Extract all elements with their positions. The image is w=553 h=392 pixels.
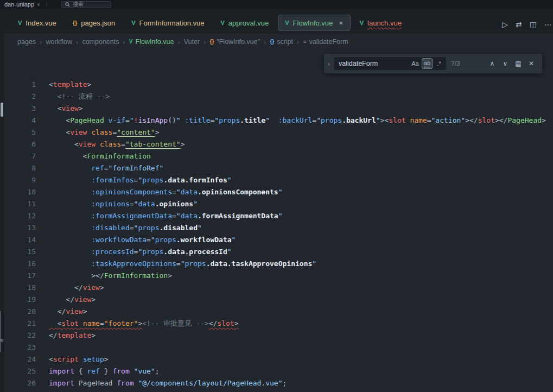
- code-line[interactable]: 24<script setup>: [4, 353, 553, 365]
- breadcrumb-item-workflow[interactable]: workflow: [46, 38, 72, 46]
- scrollbar-thumb[interactable]: [1, 103, 3, 117]
- breadcrumb-item-validateform[interactable]: ○validateForm: [303, 38, 348, 46]
- code-line[interactable]: 21 <slot name="footer"><!-- 审批意见 --></sl…: [4, 318, 553, 330]
- line-content: :formInfos="props.data.formInfos": [49, 174, 232, 186]
- code-token: =: [147, 236, 151, 244]
- code-token: data: [181, 188, 198, 196]
- breadcrumb-item-flowinfo-vue[interactable]: {}"FlowInfo.vue": [209, 38, 260, 46]
- breadcrumb-item-vuter[interactable]: Vuter: [184, 38, 200, 46]
- code-line[interactable]: 20 </view>: [4, 306, 553, 318]
- code-token: "vue": [134, 367, 155, 375]
- code-token: >: [91, 295, 96, 304]
- code-line[interactable]: 15 :processId="props.data.processId": [4, 246, 553, 258]
- code-token: =: [104, 164, 109, 172]
- whole-word-button[interactable]: ab: [422, 58, 433, 69]
- code-line[interactable]: 22</template>: [4, 330, 553, 342]
- run-icon[interactable]: ▷: [502, 21, 508, 28]
- code-token: ": [227, 248, 232, 256]
- line-content: </view>: [49, 306, 87, 318]
- code-line[interactable]: 23: [4, 342, 553, 353]
- more-actions-icon[interactable]: ⋯: [544, 21, 552, 28]
- code-token: =: [125, 116, 130, 124]
- clipped-panel-edge: [0, 311, 1, 352]
- line-content: :formAssignmentData="data.formAssignment…: [49, 210, 283, 222]
- editor[interactable]: › Aa ab .* ?/3 ∧ ∨ ▤ ✕ 1<template>2 <!--…: [4, 50, 553, 392]
- tab-approval-vue[interactable]: Vapproval.vue: [213, 15, 276, 31]
- tab-forminformation-vue[interactable]: VFormInformation.vue: [124, 15, 211, 31]
- tab-index-vue[interactable]: VIndex.vue: [11, 15, 63, 31]
- find-in-selection-button[interactable]: ▤: [512, 58, 525, 69]
- breadcrumb-item-flowinfo-vue[interactable]: VFlowInfo.vue: [129, 38, 174, 46]
- line-number: 5: [4, 127, 36, 138]
- toggle-replace-button[interactable]: ›: [324, 54, 334, 73]
- line-content: </template>: [49, 330, 96, 342]
- code-line[interactable]: 7 <FormInformation: [4, 150, 553, 162]
- line-number: 6: [4, 138, 36, 150]
- code-token: ": [232, 236, 236, 244]
- code-line[interactable]: 3 <view>: [4, 103, 553, 115]
- code-token: [49, 200, 91, 208]
- workspace-name[interactable]: dan-uniapp: [4, 1, 34, 8]
- code-token: data: [181, 212, 198, 220]
- breadcrumb-item-components[interactable]: components: [82, 38, 119, 46]
- tab-pages-json[interactable]: {}pages.json: [66, 15, 122, 31]
- code-line[interactable]: 4 <PageHead v-if="!isInApp()" :title="pr…: [4, 115, 553, 127]
- code-line[interactable]: 17 ></FormInformation>: [4, 270, 553, 282]
- code-token: <!-- 审批意见 -->: [142, 319, 208, 327]
- code-line[interactable]: 16 :taskApproveOpinions="props.data.task…: [4, 258, 553, 270]
- clipped-text: e: [1, 337, 3, 343]
- code-line[interactable]: 26import PageHead from "@/components/lay…: [4, 377, 553, 389]
- code-token: .formAssignmentData: [198, 212, 278, 220]
- code-token: {: [74, 367, 87, 375]
- line-number: 4: [4, 115, 36, 127]
- next-match-button[interactable]: ∨: [499, 58, 512, 69]
- match-case-button[interactable]: Aa: [410, 58, 421, 69]
- code-line[interactable]: 6 <view class="tab-content">: [4, 138, 553, 150]
- code-token: class: [100, 140, 121, 148]
- code-area[interactable]: 1<template>2 <!-- 流程 -->3 <view>4 <PageH…: [4, 50, 553, 389]
- close-icon[interactable]: ✕: [339, 20, 343, 26]
- breadcrumb-label: FlowInfo.vue: [136, 38, 174, 46]
- code-line[interactable]: 5 <view class="content">: [4, 127, 553, 138]
- code-line[interactable]: 12 :formAssignmentData="data.formAssignm…: [4, 210, 553, 222]
- split-editor-icon[interactable]: ◫: [530, 21, 537, 28]
- code-line[interactable]: 25import { ref } from "vue";: [4, 365, 553, 377]
- code-token: </: [49, 283, 83, 292]
- open-changes-icon[interactable]: ⇄: [516, 21, 522, 28]
- breadcrumb-item-script[interactable]: {}script: [270, 38, 293, 46]
- code-line[interactable]: 18 </view>: [4, 282, 553, 294]
- line-number: 14: [4, 234, 36, 246]
- code-token: ": [278, 188, 283, 196]
- tab-flowinfo-vue[interactable]: VFlowInfo.vue✕: [278, 15, 350, 31]
- code-line[interactable]: 8 ref="formInfoRef": [4, 162, 553, 174]
- code-line[interactable]: 14 :workflowData="props.workflowData": [4, 234, 553, 246]
- code-token: =: [100, 319, 104, 327]
- code-token: >: [104, 355, 109, 363]
- code-token: <: [49, 140, 79, 148]
- line-number: 8: [4, 162, 36, 174]
- code-token: .opinions: [155, 200, 193, 208]
- code-line[interactable]: 19 </view>: [4, 294, 553, 306]
- code-token: "@/components/layout/PageHead.vue": [138, 379, 282, 387]
- code-token: </: [49, 307, 66, 315]
- command-center-search[interactable]: 搜索: [61, 1, 111, 8]
- breadcrumb-label: validateForm: [309, 38, 348, 46]
- code-line[interactable]: 10 :opinionsComponents="data.opinionsCom…: [4, 186, 553, 198]
- code-line[interactable]: 11 :opinions="data.opinions": [4, 198, 553, 210]
- line-content: <view class="tab-content">: [49, 138, 185, 150]
- vue-file-icon: V: [285, 20, 289, 26]
- line-number: 17: [4, 270, 36, 282]
- breadcrumb-item-pages[interactable]: pages: [17, 38, 36, 46]
- code-token: ;: [155, 367, 160, 375]
- close-find-button[interactable]: ✕: [525, 58, 538, 69]
- code-line[interactable]: 1<template>: [4, 79, 553, 91]
- code-line[interactable]: 13 :disabled="props.disabled": [4, 222, 553, 234]
- regex-button[interactable]: .*: [434, 58, 444, 69]
- whole-word-icon: ab: [424, 60, 430, 67]
- code-token: :opinions: [91, 200, 129, 208]
- tab-launch-vue[interactable]: Vlaunch.vue: [353, 15, 409, 31]
- previous-match-button[interactable]: ∧: [486, 58, 499, 69]
- code-token: ></: [49, 271, 104, 280]
- code-line[interactable]: 2 <!-- 流程 -->: [4, 91, 553, 103]
- code-line[interactable]: 9 :formInfos="props.data.formInfos": [4, 174, 553, 186]
